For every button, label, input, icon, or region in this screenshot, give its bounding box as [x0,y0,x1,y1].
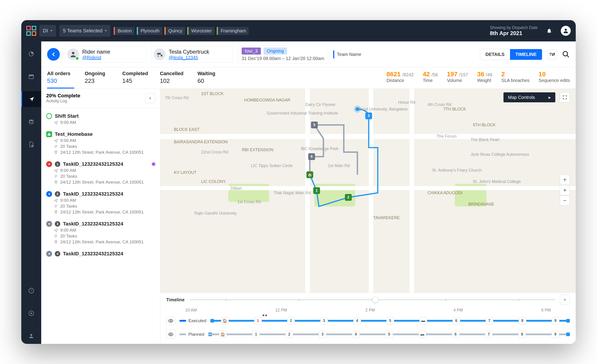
tab-ongoing[interactable]: Ongoing223 [85,71,112,88]
rail-dashboard[interactable] [21,46,41,62]
timeline-node[interactable]: 4 [352,331,360,338]
zoom-out-button[interactable]: − [560,196,570,206]
svg-point-16 [56,211,56,212]
executed-lane[interactable]: 🏠12345▬6789 [210,316,570,325]
timeline-node[interactable]: ▬ [419,317,427,324]
tour-selector[interactable]: tour_3 Ongoing 31 Dec'19 08:00am – 12 Ja… [238,45,328,64]
metric-sla-breaches: 2 SLA breaches [502,71,530,83]
rail-profile[interactable] [21,328,41,344]
timeline-node[interactable]: 3 [320,317,328,324]
metric-weight: 36 /48Weight [477,71,492,83]
metric-volume: 197 /157Volume [447,71,468,83]
map-marker[interactable]: 5 [311,122,318,128]
city-tag[interactable]: Framingham [217,27,249,35]
planned-lane[interactable]: 🏠12345▬6789 [208,330,570,339]
svg-point-20 [564,179,565,180]
status-icon: ▾ [46,221,52,227]
activity-item[interactable]: ▾2TaskID_1232324321253249:00 AM20 Tasks2… [46,188,155,218]
status-icon: ▾ [46,251,52,257]
timeline-node[interactable]: 5 [385,331,393,338]
city-tag[interactable]: Plymouth [137,27,162,35]
tab-all-orders[interactable]: All orders530 [47,71,74,88]
tab-cancelled[interactable]: Cancelled102 [160,71,187,88]
timeline-expand-button[interactable] [560,295,570,305]
timeline-node[interactable]: 7 [485,331,493,338]
svg-point-9 [30,334,32,336]
back-button[interactable] [47,48,60,61]
map-label: RBI EXTENSION [242,147,273,152]
city-tag[interactable]: Boston [114,27,134,35]
team-tag[interactable]: Team Name [333,50,364,58]
rider-name: Rider name [82,49,110,55]
map-marker[interactable]: 3 [365,113,372,119]
timeline-node[interactable]: 5 [386,317,394,324]
zoom-in-button[interactable]: + [560,185,570,195]
user-avatar[interactable] [561,26,571,36]
fullscreen-button[interactable] [560,92,570,102]
sequence-badge: 4 [55,251,60,256]
timeline-node[interactable]: 1 [252,331,260,338]
help-toggle-button[interactable]: ?⇄ [547,49,557,59]
timeline-node[interactable]: 8 [518,331,526,338]
details-tab[interactable]: DETAILS [480,49,510,60]
tab-waiting[interactable]: Waiting60 [197,71,225,88]
timeline-node[interactable]: 9 [551,331,559,338]
teams-selector[interactable]: 5 Teams Selected [59,25,110,37]
vehicle-handle[interactable]: @tesla_12345 [169,55,209,60]
toggle-executed-visibility[interactable] [166,316,175,325]
rail-database[interactable] [21,114,41,130]
timeline-node[interactable]: 4 [353,317,361,324]
rider-handle[interactable]: @Riderid [82,55,110,60]
rail-calendar[interactable] [21,69,41,85]
tour-id-pill: tour_3 [242,47,261,54]
timeline-node[interactable]: 6 [453,317,460,324]
tab-completed[interactable]: Completed145 [122,71,149,88]
activity-item[interactable]: ▾1TaskID_1232324321253249:00 AM20 Tasks2… [46,158,155,188]
city-tag[interactable]: Worcester [187,27,214,35]
activity-item[interactable]: Test_Homebase9:00 AM20 Tasks24/12 12th S… [46,128,155,158]
map-marker[interactable]: 2 [345,194,352,201]
timeline-hour-label: 6 PM [541,308,551,313]
timeline-node[interactable]: 🏠 [221,317,229,324]
map-controls-button[interactable]: Map Controls▸ [503,92,555,102]
timeline-thumb[interactable] [372,296,378,303]
rail-navigate[interactable] [21,91,41,107]
search-icon[interactable] [562,50,570,58]
rail-help[interactable]: ? [21,283,41,299]
collapse-button[interactable] [145,93,155,103]
timeline-node[interactable]: 9 [552,317,559,324]
timeline-node[interactable]: 1 [254,317,262,324]
dispatch-date[interactable]: Showing by Dispatch Date 8th Apr 2021 [490,25,538,36]
map-label: TAVAREKERE [373,216,400,220]
recenter-button[interactable] [560,175,570,185]
timeline-node[interactable]: 7 [486,317,493,324]
timeline-node[interactable]: 8 [519,317,526,324]
di-selector[interactable]: DI [39,25,56,37]
timeline-node[interactable]: 2 [287,317,295,324]
timeline-hour-label: 12 PM [275,308,287,313]
rail-document[interactable] [21,137,41,152]
map-marker[interactable]: 1 [313,187,320,194]
timeline-slider[interactable] [189,299,555,300]
vehicle-chip[interactable]: Tesla Cybertruck@tesla_12345 [151,46,233,63]
vehicle-avatar [154,48,165,60]
timeline-node[interactable]: 3 [319,331,326,338]
timeline-node[interactable]: 6 [452,331,460,338]
activity-item[interactable]: ▾3TaskID_1232324321253249:00 AM20 Tasks2… [46,218,155,248]
rail-settings[interactable] [21,305,41,321]
rider-chip[interactable]: Rider name@Riderid [65,46,146,63]
map-label: BRINDAVANE [468,202,494,207]
toggle-planned-visibility[interactable] [166,330,175,339]
timeline-node[interactable]: 2 [285,331,293,338]
activity-item[interactable]: Shift Start9:00 AM [46,110,155,128]
map-marker[interactable]: 🏠 [306,171,313,178]
map-marker[interactable]: 6 [308,153,315,160]
timeline-node[interactable]: ▬ [418,331,426,338]
bell-icon[interactable] [544,26,554,36]
activity-item[interactable]: ▾4TaskID_123232432125324 [46,248,155,261]
city-tag[interactable]: Quincy [165,27,185,35]
map-view[interactable]: Map Controls▸ + − 1ST BLOCKHOMBEGOWDA NA… [160,89,576,293]
timeline-node[interactable]: 🏠 [219,331,227,338]
timeline-tab[interactable]: TIMELINE [510,49,542,60]
timeline-label: Timeline [166,297,185,302]
